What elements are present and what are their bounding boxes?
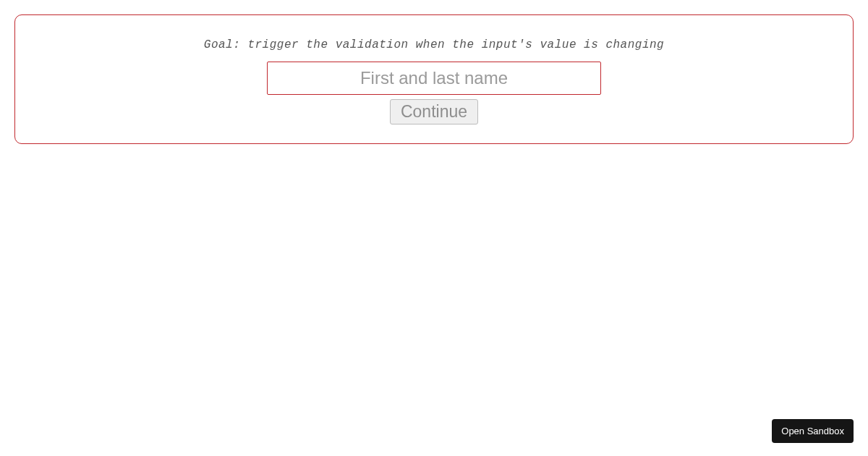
continue-button[interactable]: Continue	[390, 99, 478, 124]
open-sandbox-button[interactable]: Open Sandbox	[772, 419, 854, 443]
validation-form-card: Goal: trigger the validation when the in…	[14, 14, 854, 144]
goal-description: Goal: trigger the validation when the in…	[204, 38, 664, 51]
name-input[interactable]	[267, 62, 601, 95]
